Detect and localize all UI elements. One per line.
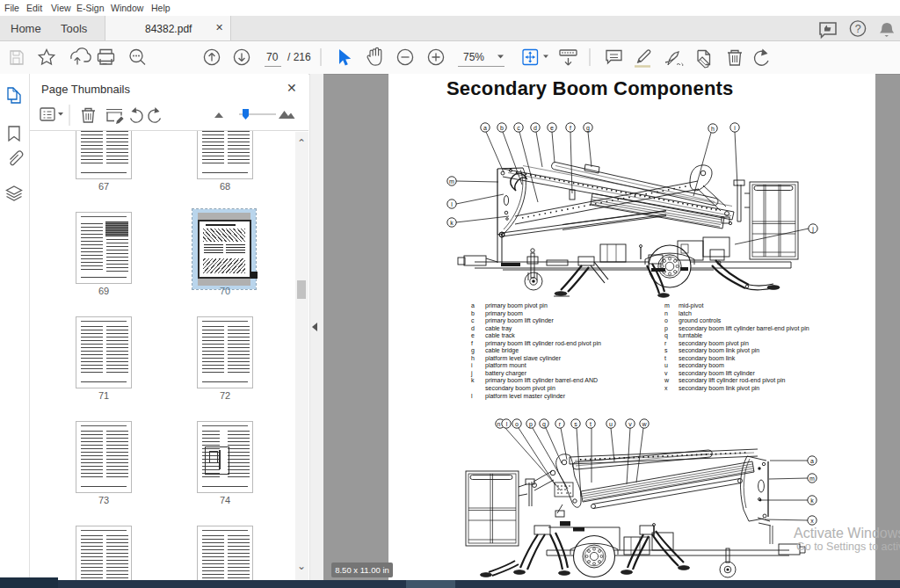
svg-text:u: u [609,421,613,427]
svg-text:/ 216: / 216 [287,51,311,63]
svg-text:f: f [570,125,571,131]
svg-text:n: n [497,421,501,427]
svg-text:a: a [810,458,814,464]
svg-text:m: m [449,178,454,185]
svg-text:70: 70 [266,51,279,63]
svg-text:p: p [529,421,533,428]
svg-text:b: b [500,125,504,131]
svg-text:a: a [483,125,487,131]
svg-text:k: k [450,220,454,226]
svg-text:h: h [711,126,715,132]
svg-text:x: x [810,518,814,524]
svg-text:i: i [734,125,736,131]
svg-text:l: l [451,201,453,207]
svg-text:q: q [542,421,546,428]
svg-text:m: m [809,475,815,482]
svg-text:s: s [574,421,577,427]
svg-text:r: r [559,421,562,427]
svg-text:c: c [517,125,520,131]
svg-text:?: ? [855,23,861,35]
svg-text:k: k [810,497,814,504]
svg-text:o: o [515,421,519,427]
svg-text:e: e [550,125,554,131]
svg-text:j: j [811,226,814,233]
svg-text:t: t [590,421,592,427]
svg-text:w: w [641,421,647,427]
svg-text:d: d [533,125,537,131]
svg-text:75%: 75% [463,51,484,63]
svg-text:g: g [586,125,590,132]
svg-text:v: v [628,421,632,427]
